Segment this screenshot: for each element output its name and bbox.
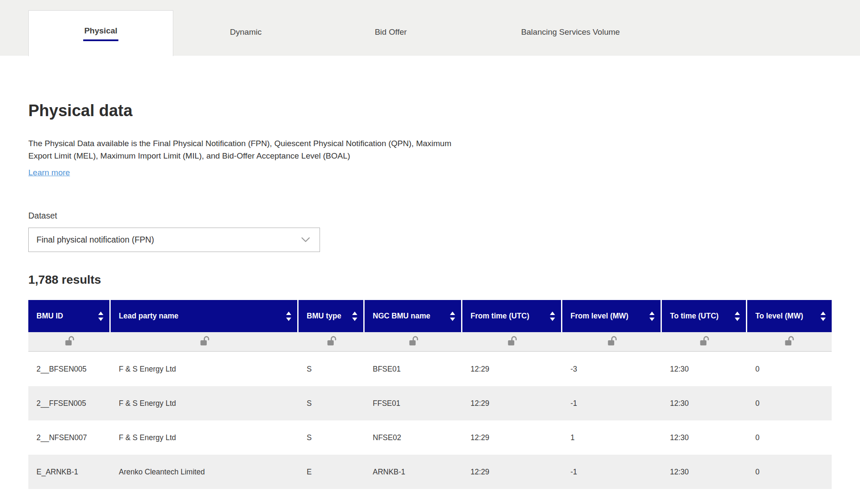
column-header-label: Lead party name <box>119 312 178 321</box>
column-header-from-level-mw[interactable]: From level (MW) <box>562 300 662 332</box>
column-header-label: From level (MW) <box>570 312 628 321</box>
learn-more-wrap: Learn more <box>28 168 832 177</box>
main-content: Physical data The Physical Data availabl… <box>0 100 860 489</box>
sort-ascending-icon[interactable] <box>286 312 291 315</box>
sort-control <box>546 312 555 321</box>
cell-bmu-type: E <box>299 455 365 489</box>
sort-descending-icon[interactable] <box>649 318 655 321</box>
unlock-icon <box>607 335 618 346</box>
cell-from-time-utc: 12:29 <box>462 352 562 386</box>
column-lock-cell-bmu-id <box>28 332 111 352</box>
sort-control <box>730 312 740 321</box>
cell-lead-party-name: F & S Energy Ltd <box>111 386 299 420</box>
sort-ascending-icon[interactable] <box>735 312 740 315</box>
column-lock-row <box>28 332 832 352</box>
column-header-bmu-type[interactable]: BMU type <box>299 300 365 332</box>
cell-bmu-type: S <box>299 352 365 386</box>
table-row: E_ARNKB-1Arenko Cleantech LimitedEARNKB-… <box>28 455 832 489</box>
table-row: 2__NFSEN007F & S Energy LtdSNFSE0212:291… <box>28 420 832 455</box>
sort-descending-icon[interactable] <box>735 318 740 321</box>
sort-ascending-icon[interactable] <box>550 312 555 315</box>
chevron-down-icon <box>301 237 310 243</box>
table-header-row: BMU IDLead party nameBMU typeNGC BMU nam… <box>28 300 832 332</box>
sort-control <box>446 312 455 321</box>
cell-from-level-mw: -1 <box>562 455 662 489</box>
column-header-label: BMU type <box>307 312 341 321</box>
cell-from-level-mw: 1 <box>562 420 662 455</box>
results-count: 1,788 results <box>28 273 832 287</box>
tab-label: Dynamic <box>230 27 262 37</box>
sort-descending-icon[interactable] <box>821 318 826 321</box>
column-header-label: From time (UTC) <box>471 312 529 321</box>
column-header-ngc-bmu-name[interactable]: NGC BMU name <box>365 300 462 332</box>
dataset-select[interactable]: Final physical notification (FPN) <box>28 228 320 252</box>
sort-descending-icon[interactable] <box>450 318 455 321</box>
column-header-lead-party-name[interactable]: Lead party name <box>111 300 299 332</box>
sort-ascending-icon[interactable] <box>352 312 357 315</box>
cell-to-time-utc: 12:30 <box>662 455 747 489</box>
column-header-to-level-mw[interactable]: To level (MW) <box>747 300 832 332</box>
column-header-from-time-utc[interactable]: From time (UTC) <box>462 300 562 332</box>
column-header-to-time-utc[interactable]: To time (UTC) <box>662 300 747 332</box>
table-row: 2__FFSEN005F & S Energy LtdSFFSE0112:29-… <box>28 386 832 420</box>
learn-more-link[interactable]: Learn more <box>28 168 70 177</box>
unlock-icon <box>64 335 75 346</box>
sort-ascending-icon[interactable] <box>649 312 655 315</box>
sort-control <box>348 312 357 321</box>
cell-bmu-id: E_ARNKB-1 <box>28 455 111 489</box>
cell-to-level-mw: 0 <box>747 455 832 489</box>
sort-ascending-icon[interactable] <box>821 312 826 315</box>
cell-to-level-mw: 0 <box>747 420 832 455</box>
sort-control <box>816 312 826 321</box>
dataset-label: Dataset <box>28 211 832 221</box>
column-unlock-button[interactable] <box>699 335 710 346</box>
column-unlock-button[interactable] <box>199 335 211 346</box>
tab-label: Physical <box>83 26 118 41</box>
tab-label: Bid Offer <box>375 27 407 37</box>
sort-ascending-icon[interactable] <box>98 312 103 315</box>
cell-to-level-mw: 0 <box>747 352 832 386</box>
cell-from-time-utc: 12:29 <box>462 455 562 489</box>
tab-bar: PhysicalDynamicBid OfferBalancing Servic… <box>0 0 860 56</box>
sort-descending-icon[interactable] <box>286 318 291 321</box>
page-description-line: The Physical Data available is the Final… <box>28 137 832 150</box>
column-unlock-button[interactable] <box>507 335 518 346</box>
column-lock-cell-ngc-bmu-name <box>365 332 462 352</box>
cell-bmu-id: 2__BFSEN005 <box>28 352 111 386</box>
sort-descending-icon[interactable] <box>352 318 357 321</box>
column-unlock-button[interactable] <box>784 335 795 346</box>
tab-label: Balancing Services Volume <box>521 27 620 37</box>
tab-physical[interactable]: Physical <box>28 10 173 56</box>
column-unlock-button[interactable] <box>326 335 338 346</box>
tab-dynamic[interactable]: Dynamic <box>173 0 318 56</box>
sort-control <box>282 312 291 321</box>
sort-control <box>94 312 103 321</box>
cell-ngc-bmu-name: NFSE02 <box>365 420 462 455</box>
column-unlock-button[interactable] <box>408 335 419 346</box>
column-header-bmu-id[interactable]: BMU ID <box>28 300 111 332</box>
cell-to-time-utc: 12:30 <box>662 352 747 386</box>
cell-lead-party-name: Arenko Cleantech Limited <box>111 455 299 489</box>
cell-bmu-type: S <box>299 386 365 420</box>
column-header-label: To time (UTC) <box>670 312 718 321</box>
page-description-line: Export Limit (MEL), Maximum Import Limit… <box>28 150 832 162</box>
sort-descending-icon[interactable] <box>98 318 103 321</box>
dataset-selected-value: Final physical notification (FPN) <box>36 235 154 245</box>
cell-from-time-utc: 12:29 <box>462 420 562 455</box>
column-lock-cell-from-level-mw <box>562 332 662 352</box>
cell-ngc-bmu-name: ARNKB-1 <box>365 455 462 489</box>
sort-ascending-icon[interactable] <box>450 312 455 315</box>
cell-bmu-id: 2__FFSEN005 <box>28 386 111 420</box>
column-unlock-button[interactable] <box>64 335 75 346</box>
unlock-icon <box>408 335 419 346</box>
physical-data-table: BMU IDLead party nameBMU typeNGC BMU nam… <box>28 300 832 489</box>
sort-descending-icon[interactable] <box>550 318 555 321</box>
table-head: BMU IDLead party nameBMU typeNGC BMU nam… <box>28 300 832 332</box>
cell-from-level-mw: -3 <box>562 352 662 386</box>
column-unlock-button[interactable] <box>607 335 618 346</box>
unlock-icon <box>699 335 710 346</box>
column-lock-cell-lead-party-name <box>111 332 299 352</box>
sort-control <box>645 312 655 321</box>
tab-bid-offer[interactable]: Bid Offer <box>318 0 463 56</box>
tab-balancing-services-volume[interactable]: Balancing Services Volume <box>463 0 678 56</box>
